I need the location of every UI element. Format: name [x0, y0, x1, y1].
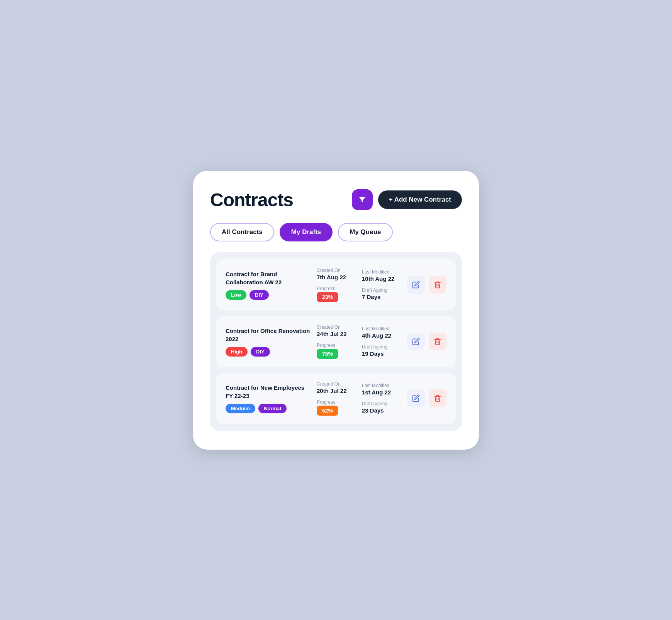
filter-button[interactable] [352, 189, 373, 210]
last-modified-value-2: 4th Aug 22 [362, 332, 401, 339]
type-tag-1: DIY [249, 290, 269, 300]
contract-name-3: Contract for New Employees FY 22-23 [226, 384, 311, 400]
add-contract-button[interactable]: + Add New Contract [378, 190, 462, 209]
meta-col-modified-3: Last Modified 1st Aug 22 Draft Ageing 23… [362, 383, 401, 414]
last-modified-label-2: Last Modified [362, 326, 401, 331]
tab-my-drafts[interactable]: My Drafts [280, 223, 333, 241]
created-on-label-3: Created On [317, 381, 356, 387]
ageing-label-3: Draft Ageing [362, 401, 401, 406]
ageing-value-2: 19 Days [362, 350, 401, 357]
created-on-value-3: 20th Jul 22 [317, 387, 356, 394]
meta-col-created-3: Created On 20th Jul 22 Progress 52% [317, 381, 356, 416]
last-modified-value-1: 10th Aug 22 [362, 275, 401, 282]
contract-tags-2: High DIY [226, 347, 311, 357]
priority-tag-2: High [226, 347, 248, 357]
header-actions: + Add New Contract [352, 189, 462, 210]
last-modified-value-3: 1st Aug 22 [362, 389, 401, 396]
contract-name-1: Contract for Brand Collaboration AW 22 [226, 270, 311, 286]
delete-button-3[interactable] [429, 389, 446, 407]
ageing-label-2: Draft Ageing [362, 344, 401, 350]
main-card: Contracts + Add New Contract All Contrac… [193, 171, 479, 450]
tab-my-queue[interactable]: My Queue [338, 223, 392, 241]
type-tag-2: DIY [251, 347, 270, 357]
ageing-value-1: 7 Days [362, 294, 401, 300]
contract-info-3: Contract for New Employees FY 22-23 Medu… [226, 384, 311, 413]
delete-button-1[interactable] [429, 276, 446, 294]
meta-col-created-2: Created On 24th Jul 22 Progress 75% [317, 324, 356, 359]
filter-icon [358, 195, 367, 204]
contract-card-2: Contract for Office Renovation 2022 High… [216, 316, 456, 367]
type-tag-3: Normal [258, 404, 287, 413]
last-modified-label-3: Last Modified [362, 383, 401, 388]
meta-col-modified-1: Last Modified 10th Aug 22 Draft Ageing 7… [362, 269, 401, 300]
contract-info-1: Contract for Brand Collaboration AW 22 L… [226, 270, 311, 300]
contract-card-1: Contract for Brand Collaboration AW 22 L… [216, 259, 456, 311]
tabs-container: All Contracts My Drafts My Queue [210, 223, 462, 241]
created-on-value-1: 7th Aug 22 [317, 274, 356, 280]
last-modified-label-1: Last Modified [362, 269, 401, 275]
actions-1 [407, 276, 446, 294]
trash-icon-2 [434, 338, 441, 345]
edit-icon-3 [412, 394, 420, 402]
ageing-label-1: Draft Ageing [362, 287, 401, 293]
meta-col-modified-2: Last Modified 4th Aug 22 Draft Ageing 19… [362, 326, 401, 357]
progress-label-2: Progress [317, 343, 356, 348]
header: Contracts + Add New Contract [210, 189, 462, 211]
created-on-label-2: Created On [317, 324, 356, 330]
edit-icon-2 [412, 338, 420, 345]
progress-label-3: Progress [317, 399, 356, 405]
progress-badge-1: 23% [317, 292, 338, 302]
edit-button-1[interactable] [407, 276, 425, 294]
progress-badge-3: 52% [317, 406, 338, 416]
contract-info-2: Contract for Office Renovation 2022 High… [226, 327, 311, 357]
ageing-value-3: 23 Days [362, 407, 401, 414]
contract-card-3: Contract for New Employees FY 22-23 Medu… [216, 373, 456, 424]
contract-tags-3: Meduim Normal [226, 404, 311, 413]
actions-2 [407, 333, 446, 350]
edit-button-3[interactable] [407, 389, 425, 407]
contracts-list: Contract for Brand Collaboration AW 22 L… [210, 252, 462, 431]
trash-icon-1 [434, 281, 441, 289]
edit-icon-1 [412, 281, 420, 289]
created-on-value-2: 24th Jul 22 [317, 331, 356, 337]
tab-all-contracts[interactable]: All Contracts [210, 223, 274, 241]
progress-badge-2: 75% [317, 349, 338, 359]
progress-label-1: Progress [317, 286, 356, 291]
priority-tag-3: Meduim [226, 404, 255, 413]
delete-button-2[interactable] [429, 333, 446, 350]
page-title: Contracts [210, 189, 293, 211]
meta-col-created-1: Created On 7th Aug 22 Progress 23% [317, 268, 356, 302]
trash-icon-3 [434, 394, 441, 402]
edit-button-2[interactable] [407, 333, 425, 350]
priority-tag-1: Low [226, 290, 246, 300]
created-on-label-1: Created On [317, 268, 356, 273]
contract-tags-1: Low DIY [226, 290, 311, 300]
contract-name-2: Contract for Office Renovation 2022 [226, 327, 311, 343]
actions-3 [407, 389, 446, 407]
